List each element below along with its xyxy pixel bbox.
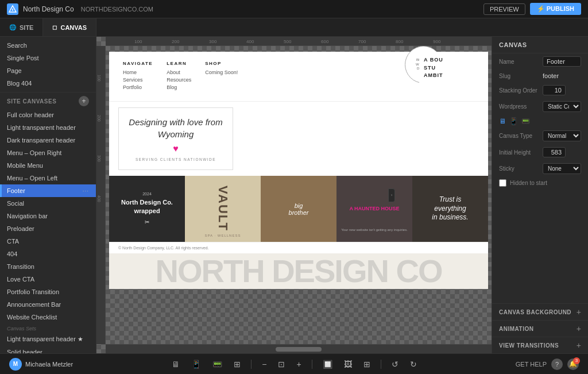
publish-button[interactable]: ⚡ PUBLISH xyxy=(530,3,581,15)
sidebar-item-search[interactable]: Search xyxy=(0,39,96,52)
sidebar-item-cta[interactable]: CTA xyxy=(0,235,96,248)
sidebar-item-page[interactable]: Page xyxy=(0,64,96,77)
site-canvases-title: SITE CANVASES xyxy=(7,98,79,105)
sidebar-item-solid-header[interactable]: Solid header xyxy=(0,346,96,353)
user-avatar: M xyxy=(9,358,22,371)
sidebar-item-single-post[interactable]: Single Post xyxy=(0,52,96,64)
canvas-panel-title: CANVAS xyxy=(492,37,588,53)
toolbar-right: GET HELP ? 🔔 3 xyxy=(516,358,579,370)
help-button[interactable]: ? xyxy=(551,358,563,370)
sidebar-item-transition[interactable]: Transition xyxy=(0,260,96,273)
mobile-icon[interactable]: 📟 xyxy=(521,117,530,125)
sidebar-item-preloader[interactable]: Preloader xyxy=(0,222,96,235)
ruler-mark-400: 400 xyxy=(246,39,254,44)
toolbar-mobile-btn[interactable]: 📟 xyxy=(209,357,226,371)
sidebar-item-announcement-bar[interactable]: Announcement Bar xyxy=(0,298,96,311)
ruler-left: 100 200 300 400 xyxy=(96,46,106,344)
ruler-mark-500: 500 xyxy=(284,39,291,44)
notification-badge: 3 xyxy=(573,357,580,364)
sidebar-item-navigation-bar[interactable]: Navigation bar xyxy=(0,210,96,222)
sidebar-item-menu-open-left[interactable]: Menu – Open Left xyxy=(0,172,96,184)
ruler-left-mark: 100 xyxy=(97,75,101,82)
name-field-row: Name xyxy=(492,53,588,70)
hidden-checkbox-row: Hidden to start xyxy=(492,177,588,189)
sidebar-item-mobile-menu[interactable]: Mobile Menu xyxy=(0,159,96,172)
nav-col-navigate: NAVIGATE Home Services Portfolio xyxy=(123,61,153,92)
nav-col-learn: LEARN About Resources Blog xyxy=(167,61,191,92)
initial-height-row: Initial Height xyxy=(492,144,588,160)
animation-section[interactable]: ANIMATION + xyxy=(492,320,588,337)
right-panel-collapse[interactable]: › xyxy=(388,188,395,202)
sticky-select[interactable]: None xyxy=(543,163,581,174)
toolbar-image-btn[interactable]: 🖼 xyxy=(341,357,355,371)
sidebar-item-portfolio-transition[interactable]: Portfolio Transition xyxy=(0,286,96,298)
preview-button[interactable]: PREVIEW xyxy=(483,3,525,15)
slug-value: footer xyxy=(543,72,581,79)
scrollbar-thumb-h[interactable] xyxy=(276,347,322,352)
website-canvas: NAVIGATE Home Services Portfolio LEARN A… xyxy=(109,52,488,289)
sidebar-item-blog404[interactable]: Blog 404 xyxy=(0,77,96,90)
canvas-area[interactable]: 100 200 300 400 500 600 700 800 900 100 … xyxy=(96,37,492,353)
animation-plus[interactable]: + xyxy=(577,324,581,333)
strip-item-dog: bigbrother xyxy=(261,176,336,242)
hero-heading: Designing with love from Wyoming xyxy=(128,116,223,140)
toolbar-undo-btn[interactable]: ↺ xyxy=(388,357,402,371)
toolbar-zoom-fit-btn[interactable]: ⊡ xyxy=(274,357,288,371)
initial-height-input[interactable] xyxy=(543,147,566,157)
ruler-mark-200: 200 xyxy=(172,39,179,44)
preview-hero-section: Designing with love from Wyoming ♥ SERVI… xyxy=(109,101,488,176)
initial-height-label: Initial Height xyxy=(499,149,539,156)
sidebar-item-website-checklist[interactable]: Website Checklist xyxy=(0,311,96,323)
canvas-bg-plus[interactable]: + xyxy=(577,307,581,317)
horizontal-scrollbar[interactable] xyxy=(106,344,492,353)
tablet-icon[interactable]: 📱 xyxy=(509,117,518,125)
ruler-mark-100: 100 xyxy=(134,39,142,44)
animation-title: ANIMATION xyxy=(499,326,533,332)
canvas-viewport[interactable]: NAVIGATE Home Services Portfolio LEARN A… xyxy=(106,46,492,344)
strip-item-1: 2024 North Design Co.wrapped ✂ xyxy=(109,176,185,242)
footer-menu-dots[interactable]: ··· xyxy=(83,188,89,194)
view-transitions-plus[interactable]: + xyxy=(577,341,581,350)
tab-canvas-label: CANVAS xyxy=(60,24,87,31)
sidebar-item-love-cta[interactable]: Love CTA xyxy=(0,273,96,286)
sidebar-item-social[interactable]: Social xyxy=(0,197,96,210)
sidebar-item-404[interactable]: 404 xyxy=(0,248,96,260)
vault-text: VAULT xyxy=(215,186,230,232)
canvas-sets-label: Canvas Sets xyxy=(0,323,96,333)
toolbar-grid-btn[interactable]: ⊞ xyxy=(230,357,244,371)
sidebar-item-light-transparent-star[interactable]: Light transparent header ★ xyxy=(0,333,96,346)
toolbar-gallery-btn[interactable]: ⊞ xyxy=(360,357,374,371)
stacking-order-input[interactable] xyxy=(543,85,566,95)
sidebar-item-menu-open-right[interactable]: Menu – Open Right xyxy=(0,146,96,159)
toolbar-zoom-out-btn[interactable]: − xyxy=(258,357,270,371)
toolbar-tablet-btn[interactable]: 📱 xyxy=(188,357,204,371)
toolbar-add-element-btn[interactable]: 🔲 xyxy=(319,357,336,371)
sidebar-item-footer[interactable]: Footer ··· xyxy=(0,184,96,197)
wordpress-select[interactable]: Static Content xyxy=(543,101,581,112)
ruler-left-mark-2: 200 xyxy=(97,115,101,122)
tab-canvas[interactable]: ◻ CANVAS xyxy=(43,18,96,36)
ruler-mark-800: 800 xyxy=(396,39,403,44)
toolbar-desktop-btn[interactable]: 🖥 xyxy=(168,357,183,371)
hidden-checkbox[interactable] xyxy=(499,179,506,187)
ruler-left-mark-3: 300 xyxy=(97,155,101,162)
tab-bar: 🌐 SITE ◻ CANVAS xyxy=(0,18,588,37)
tab-site[interactable]: 🌐 SITE xyxy=(0,18,43,36)
canvas-type-select[interactable]: Normal xyxy=(543,130,581,141)
ruler-mark-900: 900 xyxy=(433,39,440,44)
view-transitions-title: VIEW TRANSITIONS xyxy=(499,342,559,349)
canvas-background-section[interactable]: CANVAS BACKGROUND + xyxy=(492,303,588,320)
sidebar-item-dark-transparent[interactable]: Dark transparent header xyxy=(0,134,96,146)
active-indicator xyxy=(0,184,2,197)
desktop-icon[interactable]: 🖥 xyxy=(499,117,506,125)
toolbar-left: M Michaela Metzler xyxy=(9,358,73,371)
view-transitions-section[interactable]: VIEW TRANSITIONS + xyxy=(492,337,588,353)
toolbar-redo-btn[interactable]: ↻ xyxy=(407,357,420,371)
add-canvas-button[interactable]: + xyxy=(79,96,89,106)
toolbar-zoom-in-btn[interactable]: + xyxy=(293,357,304,371)
slug-label: Slug xyxy=(499,73,539,79)
sidebar-item-full-color-header[interactable]: Full color header xyxy=(0,109,96,121)
nav-heading-shop: SHOP xyxy=(205,61,238,66)
name-input[interactable] xyxy=(543,56,581,67)
sidebar-item-light-transparent[interactable]: Light transparent header xyxy=(0,121,96,134)
